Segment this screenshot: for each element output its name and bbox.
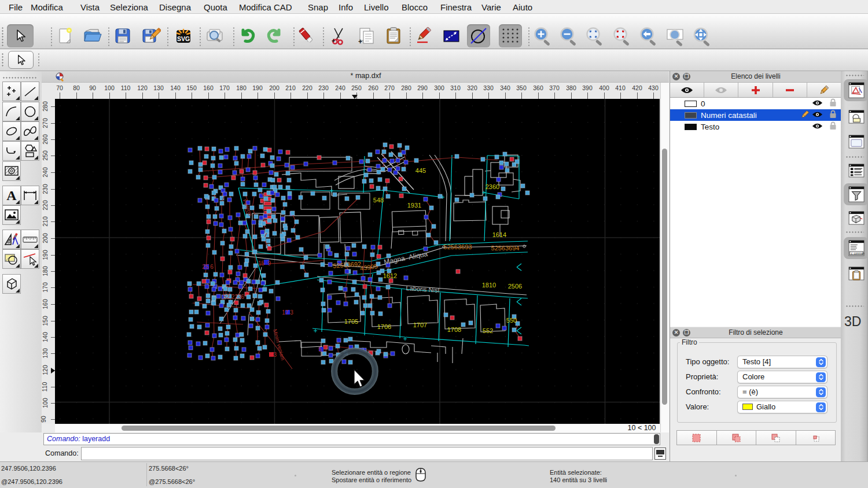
svg-text:5 5: 5 5 [318,346,326,353]
svg-text:15 9: 15 9 [258,260,271,267]
svg-text:1705: 1705 [344,318,358,325]
svg-text:548: 548 [373,197,384,204]
svg-text:1810: 1810 [482,282,496,289]
svg-text:1612: 1612 [383,272,397,279]
svg-text:445: 445 [415,167,426,174]
svg-text:52563694: 52563694 [491,245,520,252]
svg-text:52 2236: 52 2236 [223,294,245,300]
svg-text:1706: 1706 [377,323,391,330]
svg-text:52563693: 52563693 [444,243,472,250]
svg-text:25 6: 25 6 [202,264,214,270]
svg-text:1931: 1931 [407,202,421,209]
svg-text:SVG: SVG [177,35,190,42]
svg-text:1708: 1708 [447,326,461,333]
svg-text:2360: 2360 [486,183,499,190]
svg-text:c command: c command [851,252,864,255]
svg-text::: : [819,435,820,439]
svg-text:1707: 1707 [413,321,427,328]
svg-text:43905: 43905 [359,263,378,272]
svg-text:17 3: 17 3 [282,309,293,316]
svg-text:+: + [332,37,335,44]
svg-text:Laboris Nisl: Laboris Nisl [406,284,439,294]
svg-text:7 3: 7 3 [269,352,277,358]
svg-text:2506: 2506 [508,283,522,290]
svg-text:+: + [358,38,362,46]
svg-text:552: 552 [483,327,493,334]
svg-text:A: A [6,188,17,203]
svg-text:52563692: 52563692 [333,260,362,269]
svg-text:1614: 1614 [492,231,506,238]
svg-text:550: 550 [506,317,517,324]
svg-text:Magna Aliqua: Magna Aliqua [383,250,428,266]
